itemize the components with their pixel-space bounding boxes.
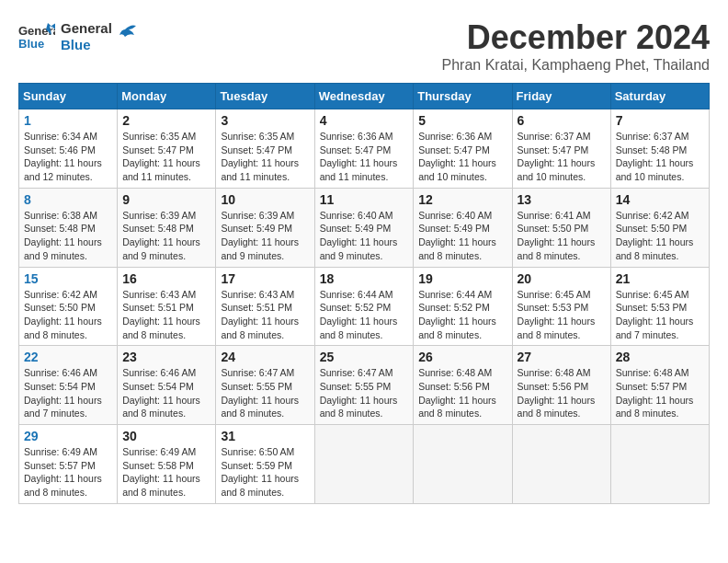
day-number: 15 <box>24 271 112 286</box>
weekday-header-wednesday: Wednesday <box>314 84 414 109</box>
weekday-header-sunday: Sunday <box>19 84 118 109</box>
day-number: 17 <box>221 271 309 286</box>
calendar-cell <box>414 425 512 504</box>
calendar-cell: 13Sunrise: 6:41 AMSunset: 5:50 PMDayligh… <box>512 188 610 267</box>
calendar-cell: 30Sunrise: 6:49 AMSunset: 5:58 PMDayligh… <box>118 425 216 504</box>
day-detail: Sunrise: 6:37 AMSunset: 5:47 PMDaylight:… <box>518 130 606 184</box>
calendar-cell: 7Sunrise: 6:37 AMSunset: 5:48 PMDaylight… <box>610 109 709 189</box>
calendar-week-4: 22Sunrise: 6:46 AMSunset: 5:54 PMDayligh… <box>19 346 710 425</box>
calendar-cell: 31Sunrise: 6:50 AMSunset: 5:59 PMDayligh… <box>216 425 314 504</box>
calendar-cell: 3Sunrise: 6:35 AMSunset: 5:47 PMDaylight… <box>216 109 314 189</box>
calendar-cell: 5Sunrise: 6:36 AMSunset: 5:47 PMDaylight… <box>414 109 512 189</box>
day-detail: Sunrise: 6:43 AMSunset: 5:51 PMDaylight:… <box>122 288 210 342</box>
day-detail: Sunrise: 6:45 AMSunset: 5:53 PMDaylight:… <box>616 288 704 342</box>
day-detail: Sunrise: 6:35 AMSunset: 5:47 PMDaylight:… <box>221 130 309 184</box>
day-number: 9 <box>122 192 210 207</box>
bird-icon <box>112 20 138 46</box>
calendar-cell <box>512 425 610 504</box>
day-detail: Sunrise: 6:42 AMSunset: 5:50 PMDaylight:… <box>24 288 112 342</box>
calendar-cell: 22Sunrise: 6:46 AMSunset: 5:54 PMDayligh… <box>19 346 118 425</box>
day-number: 12 <box>418 192 506 207</box>
day-number: 26 <box>418 350 506 364</box>
day-number: 30 <box>122 429 210 443</box>
day-number: 21 <box>616 271 704 286</box>
calendar-cell: 8Sunrise: 6:38 AMSunset: 5:48 PMDaylight… <box>19 188 118 267</box>
calendar-cell: 4Sunrise: 6:36 AMSunset: 5:47 PMDaylight… <box>314 109 414 189</box>
day-detail: Sunrise: 6:44 AMSunset: 5:52 PMDaylight:… <box>320 288 409 342</box>
weekday-header-thursday: Thursday <box>414 84 512 109</box>
day-detail: Sunrise: 6:36 AMSunset: 5:47 PMDaylight:… <box>418 130 506 184</box>
day-number: 31 <box>221 429 309 443</box>
day-number: 29 <box>24 429 112 443</box>
calendar-cell: 26Sunrise: 6:48 AMSunset: 5:56 PMDayligh… <box>414 346 512 425</box>
weekday-header-saturday: Saturday <box>610 84 709 109</box>
day-detail: Sunrise: 6:48 AMSunset: 5:56 PMDaylight:… <box>518 366 606 420</box>
calendar-table: SundayMondayTuesdayWednesdayThursdayFrid… <box>18 83 710 504</box>
day-detail: Sunrise: 6:44 AMSunset: 5:52 PMDaylight:… <box>418 288 506 342</box>
day-number: 27 <box>518 350 606 364</box>
weekday-header-row: SundayMondayTuesdayWednesdayThursdayFrid… <box>19 84 710 109</box>
calendar-cell: 19Sunrise: 6:44 AMSunset: 5:52 PMDayligh… <box>414 267 512 346</box>
day-detail: Sunrise: 6:43 AMSunset: 5:51 PMDaylight:… <box>221 288 309 342</box>
title-section: December 2024 Phran Kratai, Kamphaeng Ph… <box>442 18 710 74</box>
day-number: 8 <box>24 192 112 207</box>
calendar-week-3: 15Sunrise: 6:42 AMSunset: 5:50 PMDayligh… <box>19 267 710 346</box>
calendar-cell: 18Sunrise: 6:44 AMSunset: 5:52 PMDayligh… <box>314 267 414 346</box>
weekday-header-friday: Friday <box>512 84 610 109</box>
calendar-cell: 2Sunrise: 6:35 AMSunset: 5:47 PMDaylight… <box>118 109 216 189</box>
day-detail: Sunrise: 6:38 AMSunset: 5:48 PMDaylight:… <box>24 209 112 263</box>
day-number: 7 <box>616 113 704 128</box>
calendar-cell: 20Sunrise: 6:45 AMSunset: 5:53 PMDayligh… <box>512 267 610 346</box>
day-detail: Sunrise: 6:48 AMSunset: 5:56 PMDaylight:… <box>418 366 506 420</box>
calendar-cell: 28Sunrise: 6:48 AMSunset: 5:57 PMDayligh… <box>610 346 709 425</box>
day-number: 10 <box>221 192 309 207</box>
calendar-cell: 15Sunrise: 6:42 AMSunset: 5:50 PMDayligh… <box>19 267 118 346</box>
day-detail: Sunrise: 6:50 AMSunset: 5:59 PMDaylight:… <box>221 445 309 500</box>
calendar-week-5: 29Sunrise: 6:49 AMSunset: 5:57 PMDayligh… <box>19 425 710 504</box>
day-number: 23 <box>122 350 210 364</box>
day-number: 4 <box>320 113 409 128</box>
month-title: December 2024 <box>442 18 710 57</box>
day-number: 13 <box>518 192 606 207</box>
day-number: 16 <box>122 271 210 286</box>
logo: General Blue General Blue <box>18 18 138 55</box>
day-detail: Sunrise: 6:46 AMSunset: 5:54 PMDaylight:… <box>24 366 112 420</box>
day-detail: Sunrise: 6:34 AMSunset: 5:46 PMDaylight:… <box>24 130 112 184</box>
day-detail: Sunrise: 6:41 AMSunset: 5:50 PMDaylight:… <box>518 209 606 263</box>
location-title: Phran Kratai, Kamphaeng Phet, Thailand <box>442 57 710 74</box>
day-number: 24 <box>221 350 309 364</box>
logo-icon: General Blue <box>18 18 55 55</box>
day-detail: Sunrise: 6:39 AMSunset: 5:49 PMDaylight:… <box>221 209 309 263</box>
day-number: 18 <box>320 271 409 286</box>
calendar-cell: 11Sunrise: 6:40 AMSunset: 5:49 PMDayligh… <box>314 188 414 267</box>
day-number: 5 <box>418 113 506 128</box>
day-detail: Sunrise: 6:49 AMSunset: 5:57 PMDaylight:… <box>24 445 112 500</box>
calendar-cell: 6Sunrise: 6:37 AMSunset: 5:47 PMDaylight… <box>512 109 610 189</box>
calendar-week-1: 1Sunrise: 6:34 AMSunset: 5:46 PMDaylight… <box>19 109 710 189</box>
calendar-cell: 10Sunrise: 6:39 AMSunset: 5:49 PMDayligh… <box>216 188 314 267</box>
calendar-cell: 24Sunrise: 6:47 AMSunset: 5:55 PMDayligh… <box>216 346 314 425</box>
calendar-cell: 9Sunrise: 6:39 AMSunset: 5:48 PMDaylight… <box>118 188 216 267</box>
day-detail: Sunrise: 6:47 AMSunset: 5:55 PMDaylight:… <box>320 366 409 420</box>
day-detail: Sunrise: 6:39 AMSunset: 5:48 PMDaylight:… <box>122 209 210 263</box>
weekday-header-tuesday: Tuesday <box>216 84 314 109</box>
day-detail: Sunrise: 6:48 AMSunset: 5:57 PMDaylight:… <box>616 366 704 420</box>
day-number: 19 <box>418 271 506 286</box>
day-number: 2 <box>122 113 210 128</box>
calendar-cell: 1Sunrise: 6:34 AMSunset: 5:46 PMDaylight… <box>19 109 118 189</box>
day-number: 28 <box>616 350 704 364</box>
calendar-cell <box>314 425 414 504</box>
logo-line2: Blue <box>61 37 112 53</box>
logo-line1: General <box>61 20 112 37</box>
day-detail: Sunrise: 6:36 AMSunset: 5:47 PMDaylight:… <box>320 130 409 184</box>
day-number: 20 <box>518 271 606 286</box>
calendar-cell <box>610 425 709 504</box>
calendar-cell: 17Sunrise: 6:43 AMSunset: 5:51 PMDayligh… <box>216 267 314 346</box>
calendar-cell: 27Sunrise: 6:48 AMSunset: 5:56 PMDayligh… <box>512 346 610 425</box>
day-detail: Sunrise: 6:40 AMSunset: 5:49 PMDaylight:… <box>418 209 506 263</box>
day-detail: Sunrise: 6:37 AMSunset: 5:48 PMDaylight:… <box>616 130 704 184</box>
day-detail: Sunrise: 6:49 AMSunset: 5:58 PMDaylight:… <box>122 445 210 500</box>
day-detail: Sunrise: 6:47 AMSunset: 5:55 PMDaylight:… <box>221 366 309 420</box>
calendar-cell: 25Sunrise: 6:47 AMSunset: 5:55 PMDayligh… <box>314 346 414 425</box>
day-detail: Sunrise: 6:35 AMSunset: 5:47 PMDaylight:… <box>122 130 210 184</box>
